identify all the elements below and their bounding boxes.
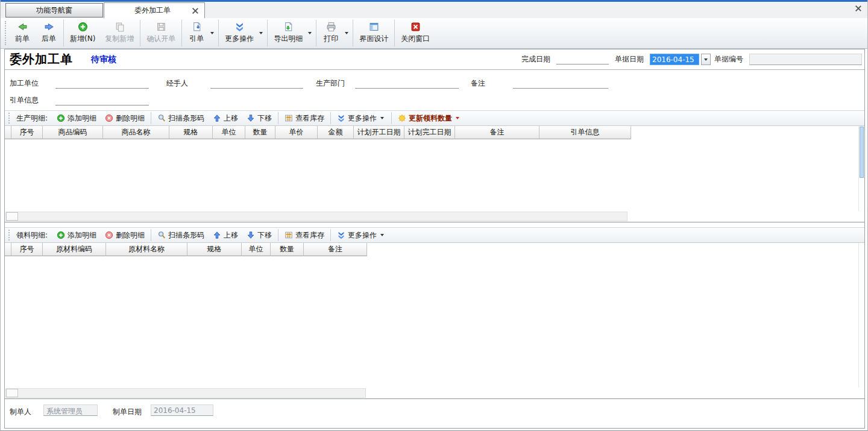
dropdown-arrow-icon xyxy=(456,117,459,119)
production-add-row-button[interactable]: 添加明细 xyxy=(52,111,101,125)
column-header[interactable]: 金额 xyxy=(318,126,354,139)
handler-label: 经手人 xyxy=(166,78,188,89)
copy-add-button[interactable]: 复制新增 xyxy=(100,19,139,48)
remark-field[interactable] xyxy=(513,78,608,89)
processor-field[interactable] xyxy=(55,78,149,89)
print-button[interactable]: 打印 xyxy=(318,19,344,48)
barcode-scan-icon xyxy=(157,114,166,122)
column-header[interactable]: 备注 xyxy=(304,243,367,256)
add-new-button[interactable]: 新增(N) xyxy=(65,19,100,48)
make-date-label: 制单日期 xyxy=(113,407,142,417)
finish-date-field[interactable] xyxy=(556,54,609,64)
toolbar-separator xyxy=(140,20,140,46)
materials-move-up-button[interactable]: 上移 xyxy=(209,228,242,242)
tab-close-icon[interactable] xyxy=(192,8,198,14)
arrow-down-icon xyxy=(247,114,255,122)
column-header[interactable]: 单位 xyxy=(242,243,271,256)
column-header[interactable]: 序号 xyxy=(11,243,43,256)
close-window-button[interactable]: 关闭窗口 xyxy=(396,19,435,48)
column-header[interactable]: 商品名称 xyxy=(103,126,169,139)
pull-doc-icon xyxy=(192,22,202,32)
layout-design-icon xyxy=(369,22,379,32)
column-header[interactable]: 引单信息 xyxy=(539,126,631,139)
materials-view-stock-button[interactable]: 查看库存 xyxy=(280,228,329,242)
bill-date-field[interactable]: 2016-04-15 xyxy=(650,54,699,65)
column-header[interactable]: 单位 xyxy=(213,126,245,139)
tab-function-navigation[interactable]: 功能导航窗 xyxy=(5,3,103,17)
prev-bill-button[interactable]: 前单 xyxy=(9,19,36,48)
column-header[interactable]: 计划开工日期 xyxy=(354,126,404,139)
column-header[interactable]: 数量 xyxy=(271,243,304,256)
update-material-qty-button[interactable]: 更新领料数量 xyxy=(394,111,465,125)
dropdown-arrow-icon[interactable] xyxy=(345,32,348,34)
dropdown-arrow-icon xyxy=(380,117,384,119)
toolbar-grip[interactable] xyxy=(8,113,10,124)
pull-order-button[interactable]: 引单 xyxy=(183,19,210,48)
scrollbar-thumb[interactable] xyxy=(6,389,18,397)
ref-info-field[interactable] xyxy=(55,95,149,105)
row-indicator-header xyxy=(5,243,11,256)
production-delete-row-button[interactable]: 删除明细 xyxy=(101,111,149,125)
production-scan-barcode-button[interactable]: 扫描条形码 xyxy=(153,111,209,125)
toolbar-grip[interactable] xyxy=(5,21,7,45)
app-window: { "tabs": { "nav_tab": "功能导航窗", "doc_tab… xyxy=(0,0,868,431)
production-toolbar: 生产明细: 添加明细 删除明细 扫描条形码 上移 下移 查看库存 xyxy=(5,110,864,126)
column-header[interactable]: 备注 xyxy=(455,126,539,139)
dropdown-arrow-icon[interactable] xyxy=(210,32,214,34)
materials-toolbar: 领料明细: 添加明细 删除明细 扫描条形码 上移 下移 查看库存 xyxy=(5,227,864,243)
production-move-down-button[interactable]: 下移 xyxy=(242,111,276,125)
ref-info-label: 引单信息 xyxy=(10,95,39,105)
materials-scan-barcode-button[interactable]: 扫描条形码 xyxy=(153,228,209,242)
column-header[interactable]: 商品编码 xyxy=(43,126,103,139)
materials-add-row-button[interactable]: 添加明细 xyxy=(52,228,101,242)
confirm-open-button[interactable]: 确认开单 xyxy=(142,19,180,48)
column-header[interactable]: 规格 xyxy=(187,243,242,256)
materials-move-down-button[interactable]: 下移 xyxy=(242,228,276,242)
scrollbar-thumb[interactable] xyxy=(6,212,18,221)
production-table-body[interactable] xyxy=(5,139,858,211)
department-field[interactable] xyxy=(355,78,459,89)
production-table: 序号 商品编码 商品名称 规格 单位 数量 单价 金额 计划开工日期 计划完工日… xyxy=(5,126,864,222)
column-header[interactable]: 计划完工日期 xyxy=(404,126,455,139)
bill-date-dropdown-button[interactable] xyxy=(701,54,711,65)
production-more-actions-button[interactable]: 更多操作 xyxy=(333,111,389,125)
more-actions-button[interactable]: 更多操作 xyxy=(220,19,259,48)
export-detail-button[interactable]: 导出明细 xyxy=(269,19,307,48)
production-view-stock-button[interactable]: 查看库存 xyxy=(280,111,329,125)
tab-outsourced-processing-order[interactable]: 委外加工单 xyxy=(104,2,205,18)
column-header[interactable]: 序号 xyxy=(11,126,43,139)
header-fields: 完成日期 单据日期 2016-04-15 单据编号 xyxy=(521,54,863,65)
production-section-label: 生产明细: xyxy=(16,113,48,124)
production-move-up-button[interactable]: 上移 xyxy=(209,111,242,125)
dropdown-arrow-icon[interactable] xyxy=(308,32,312,34)
toolbar-separator xyxy=(353,20,353,46)
toolbar-separator xyxy=(394,20,395,46)
column-header[interactable]: 数量 xyxy=(245,126,275,139)
scrollbar-thumb[interactable] xyxy=(860,127,864,178)
inventory-grid-icon xyxy=(285,114,293,122)
materials-horizontal-scrollbar[interactable] xyxy=(5,388,366,398)
column-header[interactable]: 原材料名称 xyxy=(106,243,187,256)
materials-vertical-scrollbar[interactable] xyxy=(858,243,864,388)
column-header[interactable]: 单价 xyxy=(275,126,318,139)
order-form: 加工单位 经手人 生产部门 备注 引单信息 xyxy=(5,70,864,110)
ui-design-button[interactable]: 界面设计 xyxy=(354,19,393,48)
production-horizontal-scrollbar[interactable] xyxy=(5,212,627,221)
chevron-down-icon xyxy=(704,58,708,61)
next-bill-button[interactable]: 后单 xyxy=(36,19,62,48)
column-header[interactable]: 规格 xyxy=(169,126,213,139)
materials-more-actions-button[interactable]: 更多操作 xyxy=(333,228,389,242)
materials-table: 序号 原材料编码 原材料名称 规格 单位 数量 备注 xyxy=(5,243,864,399)
toolbar-grip[interactable] xyxy=(8,230,10,241)
bill-no-field[interactable] xyxy=(749,54,862,65)
column-header[interactable]: 原材料编码 xyxy=(43,243,106,256)
page-title: 委外加工单 xyxy=(10,51,73,68)
window-close-icon[interactable] xyxy=(855,5,861,11)
materials-table-body[interactable] xyxy=(5,256,858,388)
copy-icon xyxy=(115,22,125,32)
production-vertical-scrollbar[interactable] xyxy=(858,126,864,211)
production-table-header: 序号 商品编码 商品名称 规格 单位 数量 单价 金额 计划开工日期 计划完工日… xyxy=(5,126,631,139)
dropdown-arrow-icon[interactable] xyxy=(259,32,263,34)
materials-delete-row-button[interactable]: 删除明细 xyxy=(101,228,149,242)
handler-field[interactable] xyxy=(210,78,303,89)
